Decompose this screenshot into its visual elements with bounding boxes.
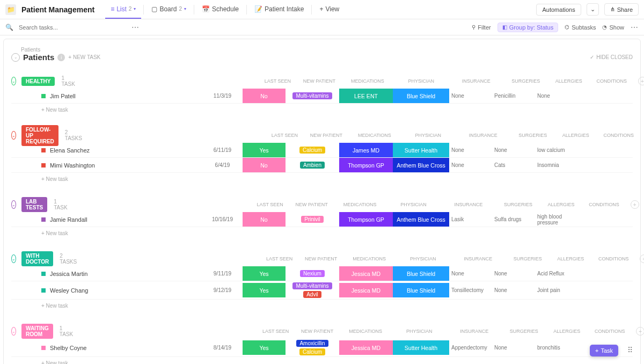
surgeries[interactable]: None <box>449 147 492 153</box>
task-name[interactable]: Wesley Chang <box>50 287 88 294</box>
last-seen[interactable]: 9/12/19 <box>202 287 243 293</box>
surgeries[interactable]: None <box>449 271 492 276</box>
conditions[interactable]: None <box>535 93 578 99</box>
status-square[interactable] <box>41 288 46 293</box>
insurance[interactable]: Anthem Blue Cross <box>393 158 449 172</box>
physician[interactable]: Jessica MD <box>339 283 393 297</box>
last-seen[interactable]: 11/3/19 <box>202 93 243 99</box>
last-seen[interactable]: 6/4/19 <box>202 162 243 168</box>
more-menu[interactable]: ⋯ <box>131 23 140 32</box>
new-task-row[interactable]: + New task <box>11 173 633 185</box>
conditions[interactable]: Acid Reflux <box>535 271 578 276</box>
filter-button[interactable]: ⚲Filter <box>472 24 491 31</box>
new-patient[interactable]: Yes <box>243 266 286 281</box>
insurance[interactable]: Blue Shield <box>393 89 449 103</box>
insurance[interactable]: Blue Shield <box>393 283 449 297</box>
task-name[interactable]: Jim Patell <box>50 93 76 99</box>
status-square[interactable] <box>41 94 46 98</box>
new-task-row[interactable]: + New task <box>11 300 633 312</box>
add-column[interactable]: + <box>638 77 644 85</box>
folder-icon[interactable]: 📁 <box>5 4 16 15</box>
hide-closed-button[interactable]: ✓HIDE CLOSED <box>590 54 633 60</box>
task-row[interactable]: Mimi Washington 6/4/19 No Ambien Thompso… <box>11 158 633 173</box>
new-patient[interactable]: Yes <box>243 340 286 355</box>
collapse-group[interactable]: ⌄ <box>11 254 16 263</box>
insurance[interactable]: Sutter Health <box>393 143 449 157</box>
new-patient[interactable]: No <box>243 158 286 172</box>
task-row[interactable]: Jim Patell 11/3/19 No Multi-vitamins LEE… <box>11 89 633 104</box>
task-name[interactable]: Jamie Randall <box>50 216 87 223</box>
info-icon[interactable]: i <box>57 54 65 61</box>
status-square[interactable] <box>41 148 46 152</box>
status-badge[interactable]: FOLLOW-UP REQUIRED <box>21 125 58 146</box>
add-column[interactable]: + <box>640 254 644 263</box>
medication-tag[interactable]: Ambien <box>300 162 325 169</box>
task-row[interactable]: Shelby Coyne 8/14/19 Yes AmoxicillinCalc… <box>11 339 633 357</box>
tab-patient-intake[interactable]: 📝Patient Intake <box>249 0 309 19</box>
physician[interactable]: Thompson GP <box>339 212 393 227</box>
allergies[interactable]: None <box>492 287 535 293</box>
filter-more[interactable]: ⋯ <box>631 23 639 32</box>
new-task-button[interactable]: + NEW TASK <box>68 54 100 60</box>
status-square[interactable] <box>41 346 46 350</box>
medication-tag[interactable]: Prinivil <box>301 216 323 223</box>
apps-button[interactable]: ⠿ <box>624 344 636 356</box>
group-by-pill[interactable]: ◧Group by: Status <box>497 23 559 32</box>
last-seen[interactable]: 8/14/19 <box>202 345 243 351</box>
medication-tag[interactable]: Multi-vitamins <box>292 282 332 289</box>
conditions[interactable]: bronchitis <box>535 345 578 351</box>
conditions[interactable]: high blood pressure <box>535 214 578 225</box>
status-square[interactable] <box>41 163 46 168</box>
medication-tag[interactable]: Amoxicillin <box>296 340 328 347</box>
surgeries[interactable]: None <box>449 162 492 168</box>
automations-dropdown[interactable]: ⌄ <box>587 3 599 16</box>
show-button[interactable]: ◔Show <box>602 24 624 31</box>
tab-schedule[interactable]: 📅Schedule <box>196 0 244 19</box>
allergies[interactable]: Sulfa drugs <box>492 216 535 222</box>
medication-tag[interactable]: Multi-vitamins <box>292 92 332 99</box>
task-row[interactable]: Wesley Chang 9/12/19 Yes Multi-vitaminsA… <box>11 281 633 300</box>
task-row[interactable]: Jessica Martin 9/11/19 Yes Nexium Jessic… <box>11 266 633 281</box>
status-square[interactable] <box>41 217 46 222</box>
physician[interactable]: Jessica MD <box>339 266 393 281</box>
new-patient[interactable]: Yes <box>243 143 286 157</box>
tab-board[interactable]: ▢Board2▾ <box>146 0 192 19</box>
subtasks-button[interactable]: ⌬Subtasks <box>565 24 596 31</box>
status-badge[interactable]: WITH DOCTOR <box>21 251 53 266</box>
status-badge[interactable]: HEALTHY <box>21 77 55 86</box>
new-task-row[interactable]: + New task <box>11 227 633 239</box>
allergies[interactable]: None <box>492 147 535 153</box>
task-name[interactable]: Mimi Washington <box>50 162 95 169</box>
automations-button[interactable]: Automations <box>536 4 581 16</box>
share-button[interactable]: ⋔Share <box>604 3 639 16</box>
search-input[interactable] <box>19 24 126 31</box>
collapse-group[interactable]: ⌄ <box>11 77 16 85</box>
medication-tag[interactable]: Nexium <box>300 270 325 277</box>
collapse-group[interactable]: ⌄ <box>11 327 16 336</box>
status-square[interactable] <box>41 272 46 276</box>
collapse-list[interactable]: ⌄ <box>11 53 20 62</box>
medication-tag[interactable]: Advil <box>303 291 321 298</box>
allergies[interactable]: None <box>492 271 535 276</box>
task-name[interactable]: Elena Sanchez <box>50 147 90 154</box>
last-seen[interactable]: 9/11/19 <box>202 271 243 276</box>
insurance[interactable]: Sutter Health <box>393 340 449 355</box>
status-badge[interactable]: WAITING ROOM <box>21 324 53 339</box>
new-task-fab[interactable]: +Task <box>590 345 618 356</box>
allergies[interactable]: Penicillin <box>492 93 535 99</box>
insurance[interactable]: Blue Shield <box>393 266 449 281</box>
add-column[interactable]: + <box>631 200 639 209</box>
new-task-row[interactable]: + New task <box>11 104 633 116</box>
new-patient[interactable]: No <box>243 89 286 103</box>
add-column[interactable]: + <box>636 327 644 336</box>
collapse-group[interactable]: ⌄ <box>11 131 16 140</box>
task-row[interactable]: Elena Sanchez 6/11/19 Yes Calcium James … <box>11 143 633 158</box>
conditions[interactable]: Insomnia <box>535 162 578 168</box>
status-badge[interactable]: LAB TESTS <box>21 197 47 212</box>
surgeries[interactable]: Appendectomy <box>449 345 492 351</box>
tab-view[interactable]: +View <box>314 0 345 19</box>
physician[interactable]: Jessica MD <box>339 340 393 355</box>
insurance[interactable]: Anthem Blue Cross <box>393 212 449 227</box>
task-row[interactable]: Jamie Randall 10/16/19 No Prinivil Thomp… <box>11 212 633 227</box>
medication-tag[interactable]: Calcium <box>299 147 325 154</box>
